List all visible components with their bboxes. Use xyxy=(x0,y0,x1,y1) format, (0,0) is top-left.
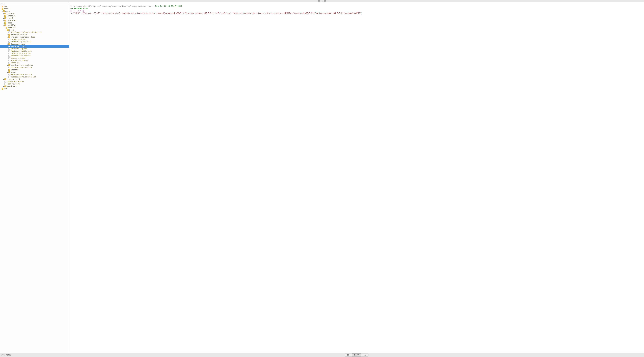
folder-icon xyxy=(7,29,9,31)
tree-file[interactable]: formhistory.sqlite xyxy=(0,52,69,55)
sidebar: Paths ▸dev▾home▾ncaq▸.config▸.emacs.d▸.l… xyxy=(0,2,69,353)
tree-folder[interactable]: ▸storage xyxy=(0,69,69,71)
tree-folder[interactable]: ▸.mozc xyxy=(0,22,69,24)
chevron-right-icon[interactable]: ▸ xyxy=(7,36,8,38)
tree-folder[interactable]: ▾.mozilla xyxy=(0,24,69,26)
file-icon xyxy=(8,53,10,54)
chevron-down-icon[interactable]: ▾ xyxy=(0,8,2,10)
chevron-right-icon[interactable]: ▸ xyxy=(7,71,8,74)
chevron-down-icon[interactable]: ▾ xyxy=(6,29,7,31)
tree-folder[interactable]: ▾home xyxy=(0,8,69,10)
chevron-right-icon[interactable]: ▸ xyxy=(7,34,8,36)
diff-pane[interactable]: --- /.snapshots/55/snapshot/home/ncaq/.m… xyxy=(69,2,644,353)
tree-folder[interactable]: ▸.thunderbird xyxy=(0,78,69,80)
tree-item-label: cookies.sqlite-wal xyxy=(10,40,30,43)
file-icon xyxy=(8,41,10,42)
chevron-right-icon[interactable]: ▸ xyxy=(3,20,4,22)
folder-icon xyxy=(6,27,8,28)
tree-file[interactable]: favicons.sqlite xyxy=(0,48,69,50)
chevron-right-icon[interactable]: ▸ xyxy=(7,43,8,45)
folder-icon xyxy=(8,72,10,73)
file-tree[interactable]: ▸dev▾home▾ncaq▸.config▸.emacs.d▸.local▸.… xyxy=(0,5,69,353)
tree-file[interactable]: places.sqlite-wal xyxy=(0,59,69,62)
tree-item-label: storage xyxy=(10,69,18,71)
tree-folder[interactable]: ▸Downloads xyxy=(0,85,69,88)
tree-folder[interactable]: ▾ncaq xyxy=(0,10,69,12)
tree-file[interactable]: webappsstore.sqlite-wal xyxy=(0,76,69,78)
tree-file[interactable]: downloads.json xyxy=(0,45,69,48)
tree-item-label: Downloads xyxy=(6,85,16,88)
tree-file[interactable]: storage-sync.sqlite xyxy=(0,66,69,69)
chevron-right-icon[interactable]: ▸ xyxy=(7,69,8,71)
file-icon xyxy=(8,57,10,59)
file-icon xyxy=(8,48,10,50)
tree-file[interactable]: prefs.js xyxy=(0,62,69,64)
tree-item-label: .mikutter xyxy=(6,20,16,22)
tree-folder[interactable]: ▾firefox xyxy=(0,26,69,29)
tree-folder[interactable]: ▸.emacs.d xyxy=(0,15,69,17)
tree-folder[interactable]: ▸datareporting xyxy=(0,43,69,45)
file-icon xyxy=(8,67,10,68)
file-icon xyxy=(8,50,10,52)
tree-file[interactable]: favicons.sqlite-wal xyxy=(0,50,69,52)
tree-file[interactable]: .zsh_history xyxy=(0,83,69,85)
chevron-right-icon[interactable]: ▸ xyxy=(3,15,4,17)
tree-item-label: storage-sync.sqlite xyxy=(10,66,32,69)
tree-folder[interactable]: ▸.local xyxy=(0,17,69,20)
tree-item-label: bookmarkbackups xyxy=(10,34,27,36)
tree-file[interactable]: webappsstore.sqlite xyxy=(0,74,69,76)
tree-file[interactable]: cookies.sqlite-wal xyxy=(0,40,69,43)
folder-icon xyxy=(2,8,3,10)
tree-file[interactable]: SiteSecurityServiceState.txt xyxy=(0,31,69,34)
tree-folder[interactable]: ▸sessionstore-backups xyxy=(0,64,69,66)
tree-item-label: favicons.sqlite-wal xyxy=(10,50,32,52)
tree-item-label: weave xyxy=(10,71,16,74)
app-root: 55 -> 56 Paths ▸dev▾home▾ncaq▸.config▸.e… xyxy=(0,0,644,357)
chevron-right-icon[interactable]: ▸ xyxy=(3,22,4,24)
diff-minus-icon: - xyxy=(70,12,71,14)
chevron-down-icon[interactable]: ▾ xyxy=(4,26,6,29)
folder-icon xyxy=(4,24,6,26)
view-right-snapshot-button[interactable]: 56 xyxy=(361,353,368,356)
tree-folder[interactable]: ▸dev xyxy=(0,5,69,8)
tree-folder[interactable]: ▸.mikutter xyxy=(0,20,69,22)
tree-file[interactable]: places.sqlite xyxy=(0,57,69,59)
tree-item-label: places.sqlite-wal xyxy=(10,59,30,62)
chevron-right-icon[interactable]: ▸ xyxy=(3,85,4,88)
tree-item-label: permissions.sqlite xyxy=(10,55,30,57)
file-icon xyxy=(8,55,10,57)
tree-folder[interactable]: ▸browser-extension-data xyxy=(0,36,69,38)
tree-file[interactable]: permissions.sqlite xyxy=(0,55,69,57)
tree-item-label: .emacs.d xyxy=(6,15,16,17)
tree-item-label: .mozilla xyxy=(6,24,16,26)
view-diff-button[interactable]: Diff xyxy=(352,353,362,356)
chevron-down-icon[interactable]: ▾ xyxy=(2,10,3,12)
folder-icon xyxy=(4,18,6,19)
tree-folder[interactable]: ▸bookmarkbackups xyxy=(0,34,69,36)
view-left-snapshot-button[interactable]: 55 xyxy=(345,353,352,356)
tree-item-label: webappsstore.sqlite-wal xyxy=(10,76,36,78)
folder-icon xyxy=(2,88,3,90)
tree-file[interactable]: cookies.sqlite xyxy=(0,38,69,40)
tree-item-label: places.sqlite xyxy=(10,57,25,59)
chevron-down-icon[interactable]: ▾ xyxy=(3,24,4,26)
tree-folder[interactable]: ▾ncaq xyxy=(0,29,69,31)
tree-folder[interactable]: ▸var xyxy=(0,88,69,90)
chevron-right-icon[interactable]: ▸ xyxy=(0,5,2,8)
folder-icon xyxy=(4,20,6,22)
chevron-right-icon[interactable]: ▸ xyxy=(7,64,8,66)
tree-file[interactable]: .xsession-errors xyxy=(0,80,69,83)
fold-icon[interactable]: ▸ xyxy=(71,12,72,14)
tree-folder[interactable]: ▸weave xyxy=(0,71,69,74)
file-icon xyxy=(8,74,10,76)
folder-icon xyxy=(8,36,10,38)
folder-icon xyxy=(8,34,10,36)
tree-folder[interactable]: ▸.config xyxy=(0,12,69,15)
tree-item-label: .mozc xyxy=(6,22,12,24)
chevron-right-icon[interactable]: ▸ xyxy=(3,78,4,80)
chevron-right-icon[interactable]: ▸ xyxy=(3,12,4,15)
chevron-right-icon[interactable]: ▸ xyxy=(0,88,2,90)
tree-item-label: .local xyxy=(6,17,13,20)
chevron-right-icon[interactable]: ▸ xyxy=(3,17,4,20)
diff-new-header: +++ Deleted File xyxy=(70,8,88,10)
